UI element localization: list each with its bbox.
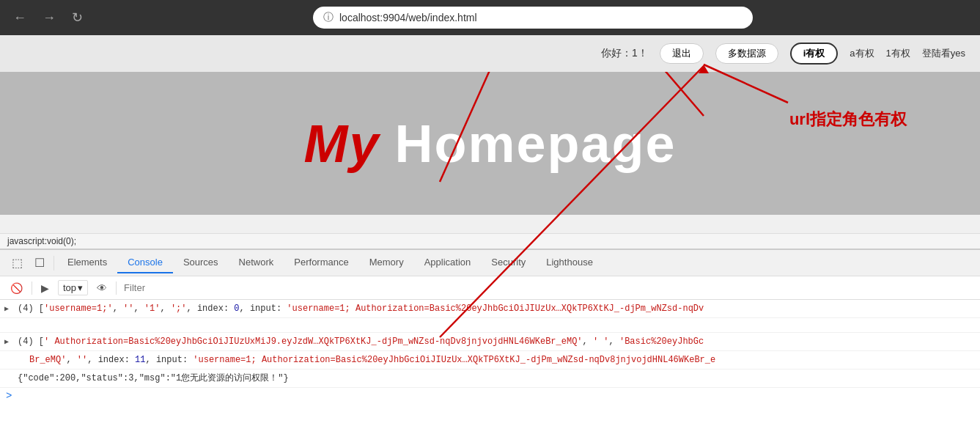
level-text: top <box>63 282 76 293</box>
annotation-text: url指定角色有权 <box>789 108 907 130</box>
console-prompt[interactable]: > <box>0 388 980 404</box>
multi-source-button[interactable]: 多数据源 <box>715 43 778 64</box>
tab-memory[interactable]: Memory <box>359 252 414 273</box>
console-line-3: ▶ (4) [' Authorization=Basic%20eyJhbGciO… <box>0 333 980 351</box>
console-line-3-content: (4) [' Authorization=Basic%20eyJhbGciOiJ… <box>18 335 974 348</box>
run-button[interactable]: ▶ <box>37 280 54 296</box>
svg-line-0 <box>550 72 704 116</box>
prompt-icon: > <box>6 390 12 402</box>
toolbar-divider2 <box>116 282 117 295</box>
tab-separator <box>54 256 54 271</box>
webpage-hero: MyHomepage url指定角色有权 <box>0 72 980 215</box>
tab-security[interactable]: Security <box>481 252 536 273</box>
expand-arrow-1[interactable]: ▶ <box>4 304 9 315</box>
tab-elements[interactable]: Elements <box>57 252 117 273</box>
webpage-nav: 你好：1！ 退出 多数据源 i有权 a有权 1有权 登陆看yes <box>0 35 980 72</box>
console-line-3b-content: Br_eMQ', '', index: 11, input: 'username… <box>18 353 974 367</box>
tab-application[interactable]: Application <box>414 252 482 273</box>
greeting-text: 你好：1！ <box>601 47 648 60</box>
console-line-1: ▶ (4) ['username=1;', '', '1', ';', inde… <box>0 300 980 318</box>
info-icon: ⓘ <box>323 11 334 24</box>
console-line-3b: Br_eMQ', '', index: 11, input: 'username… <box>0 351 980 369</box>
devtools-panel: ⬚ ☐ Elements Console Sources Network Per… <box>0 249 980 421</box>
devtools-tabs: ⬚ ☐ Elements Console Sources Network Per… <box>0 250 980 276</box>
refresh-button[interactable]: ↻ <box>67 7 87 29</box>
forward-button[interactable]: → <box>38 7 60 29</box>
console-line-4: {"code":200,"status":3,"msg":"1您无此资源的访问权… <box>0 369 980 388</box>
console-output: ▶ (4) ['username=1;', '', '1', ';', inde… <box>0 300 980 421</box>
status-bar: javascript:void(0); <box>0 233 980 249</box>
console-line-empty <box>0 318 980 333</box>
hero-title: MyHomepage <box>303 114 676 174</box>
tab-performance[interactable]: Performance <box>284 252 358 273</box>
level-selector[interactable]: top ▾ <box>58 280 88 295</box>
back-button[interactable]: ← <box>9 7 31 29</box>
webpage-content: 你好：1！ 退出 多数据源 i有权 a有权 1有权 登陆看yes MyHomep… <box>0 35 980 233</box>
logout-button[interactable]: 退出 <box>660 43 704 64</box>
tab-network[interactable]: Network <box>229 252 284 273</box>
browser-chrome: ← → ↻ ⓘ localhost:9904/web/index.html <box>0 0 980 35</box>
chevron-down-icon: ▾ <box>78 282 83 293</box>
expand-arrow-3[interactable]: ▶ <box>4 336 9 347</box>
url-text: localhost:9904/web/index.html <box>339 12 477 23</box>
element-picker-icon[interactable]: ⬚ <box>6 251 29 274</box>
tab-console[interactable]: Console <box>117 252 173 273</box>
address-bar[interactable]: ⓘ localhost:9904/web/index.html <box>313 7 753 29</box>
clear-console-button[interactable]: 🚫 <box>6 280 27 296</box>
eye-icon[interactable]: 👁 <box>92 280 111 296</box>
console-toolbar: 🚫 ▶ top ▾ 👁 <box>0 276 980 300</box>
tab-lighthouse[interactable]: Lighthouse <box>536 252 603 273</box>
i-auth-button[interactable]: i有权 <box>790 43 839 65</box>
login-button[interactable]: 登陆看yes <box>922 47 965 60</box>
a-auth-button[interactable]: a有权 <box>850 47 874 60</box>
filter-input[interactable] <box>121 281 974 295</box>
1-auth-button[interactable]: 1有权 <box>886 47 910 60</box>
hero-homepage: Homepage <box>394 114 676 173</box>
console-line-1-content: (4) ['username=1;', '', '1', ';', index:… <box>18 302 974 315</box>
hero-my: My <box>303 114 380 173</box>
status-text: javascript:void(0); <box>7 236 76 246</box>
device-toggle-icon[interactable]: ☐ <box>29 251 51 274</box>
tab-sources[interactable]: Sources <box>173 252 229 273</box>
toolbar-divider <box>32 282 32 295</box>
console-line-4-content: {"code":200,"status":3,"msg":"1您无此资源的访问权… <box>18 372 974 385</box>
